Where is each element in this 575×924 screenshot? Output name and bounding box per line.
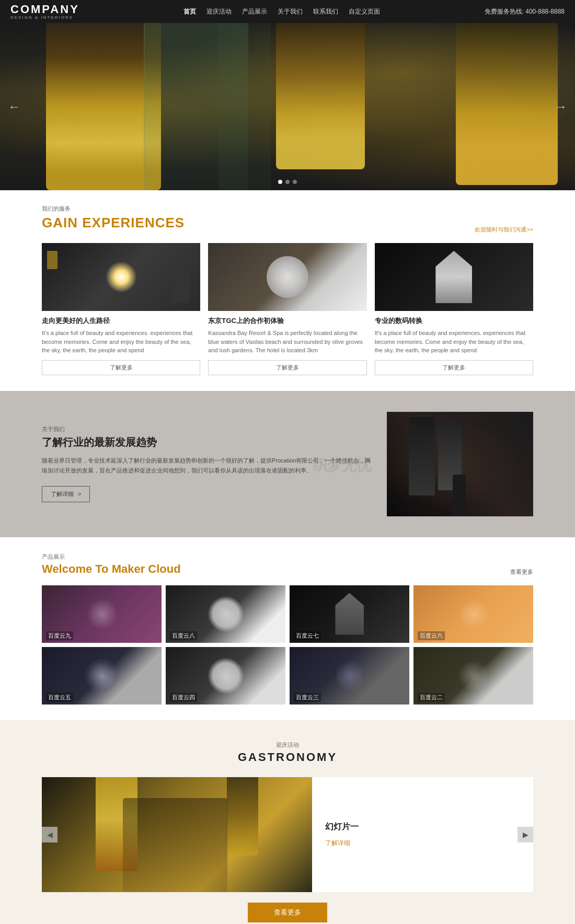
event-slider: ◀ 幻灯片一 了解详细 ▶: [42, 777, 533, 892]
hero-dots: [278, 180, 297, 184]
product-item-7[interactable]: 百度云三: [290, 647, 409, 704]
products-title-block: 产品展示 Welcome To Maker Cloud: [42, 553, 181, 576]
about-watermark: 织梦无忧: [313, 453, 371, 478]
product-item-1[interactable]: 百度云九: [42, 585, 162, 643]
product-label-7: 百度云三: [294, 693, 321, 702]
card-title-2: 东京TGC上的合作初体验: [208, 316, 366, 326]
service-card-3: 专业的数码转换 It's a place full of beauty and …: [375, 243, 533, 375]
event-prev-arrow[interactable]: ◀: [42, 827, 58, 842]
hotline: 免费服务热线: 400-888-8888: [485, 7, 565, 16]
card-btn-2[interactable]: 了解更多: [208, 360, 366, 375]
prod-deco-2: [208, 596, 244, 632]
about-btn-label: 了解详细: [51, 490, 74, 498]
about-section: 关于我们 了解行业的最新发展趋势 随着业界日管理，专业技术延深入了解行业的最新发…: [0, 391, 575, 537]
product-label-2: 百度云八: [170, 631, 197, 640]
hero-next-arrow[interactable]: →: [555, 99, 567, 114]
product-item-5[interactable]: 百度云五: [42, 647, 162, 704]
product-item-4[interactable]: 百度云六: [413, 585, 533, 643]
prod-deco-7: [337, 657, 363, 694]
service-card-2: 东京TGC上的合作初体验 Kassandra Bay Resort & Spa …: [208, 243, 366, 375]
card-text-2: Kassandra Bay Resort & Spa is perfectly …: [208, 329, 366, 355]
nav-home[interactable]: 首页: [183, 7, 196, 16]
deco-glass-2: [218, 23, 271, 190]
services-cards: 走向更美好的人生路径 It's a place full of beauty a…: [42, 243, 533, 375]
nav-contact[interactable]: 联系我们: [313, 7, 338, 16]
card-img-2: [208, 243, 366, 311]
hero-prev-arrow[interactable]: ←: [8, 99, 20, 114]
services-title-block: 我们的服务 GAIN EXPERIENCES: [42, 205, 185, 234]
company-name: COMPANY: [10, 4, 79, 15]
event-image: [42, 777, 312, 892]
about-label: 关于我们: [42, 425, 371, 433]
prod-deco-4: [458, 598, 489, 630]
prod-deco-1: [86, 598, 118, 630]
event-bg-overlay: [123, 798, 227, 892]
prod-deco-3: [335, 593, 364, 635]
about-btn-arrow: >: [78, 491, 81, 497]
figure-silhouette: [171, 272, 190, 303]
about-content: 关于我们 了解行业的最新发展趋势 随着业界日管理，专业技术延深入了解行业的最新发…: [42, 425, 371, 502]
header: COMPANY DESIGN & INTERIORS 首页 迎庆活动 产品展示 …: [0, 0, 575, 23]
services-title: GAIN EXPERIENCES: [42, 215, 185, 231]
crystal-lamp-icon: [435, 251, 472, 303]
events-view-more-btn[interactable]: 查看更多: [248, 903, 327, 922]
product-label-6: 百度云四: [170, 693, 197, 702]
products-header: 产品展示 Welcome To Maker Cloud 查看更多: [42, 553, 533, 576]
products-view-more[interactable]: 查看更多: [510, 568, 533, 576]
card-title-1: 走向更美好的人生路径: [42, 316, 200, 326]
hero-dot-1[interactable]: [278, 180, 282, 184]
product-label-3: 百度云七: [294, 631, 321, 640]
product-label-1: 百度云九: [46, 631, 73, 640]
logo: COMPANY DESIGN & INTERIORS: [10, 4, 79, 20]
display-case-1: [409, 417, 435, 495]
about-image: [387, 412, 533, 516]
card-btn-3[interactable]: 了解更多: [375, 360, 533, 375]
prod-deco-8: [458, 660, 489, 691]
nav-events[interactable]: 迎庆活动: [206, 7, 232, 16]
hero-dot-2[interactable]: [285, 180, 290, 184]
product-item-2[interactable]: 百度云八: [166, 585, 285, 643]
prod-deco-6: [208, 657, 244, 694]
hero-dot-3[interactable]: [293, 180, 297, 184]
event-name: 幻灯片一: [325, 822, 520, 833]
card-title-3: 专业的数码转换: [375, 316, 533, 326]
nav-about[interactable]: 关于我们: [278, 7, 303, 16]
nav-custom[interactable]: 自定义页面: [349, 7, 380, 16]
hero-banner: ← →: [0, 23, 575, 190]
deco-cylinder-3: [456, 23, 558, 185]
card-img-inner-2: [208, 243, 366, 311]
product-item-6[interactable]: 百度云四: [166, 647, 285, 704]
products-title: Welcome To Maker Cloud: [42, 562, 181, 576]
event-detail-link[interactable]: 了解详细: [325, 839, 520, 848]
products-grid: 百度云九 百度云八 百度云七 百度云六 百度云五: [42, 585, 533, 704]
card-img-3: [375, 243, 533, 311]
services-label: 我们的服务: [42, 205, 185, 213]
prod-deco-5: [85, 659, 119, 692]
card-img-inner-3: [375, 243, 533, 311]
product-item-3[interactable]: 百度云七: [290, 585, 409, 643]
event-content: 幻灯片一 了解详细: [312, 777, 533, 892]
light-burst-icon: [106, 261, 137, 293]
deco-cylinder-2: [276, 23, 365, 169]
about-detail-btn[interactable]: 了解详细 >: [42, 486, 90, 502]
product-item-8[interactable]: 百度云二: [413, 647, 533, 704]
deco-lamp-small: [47, 251, 58, 269]
event-next-arrow[interactable]: ▶: [518, 827, 533, 842]
about-text: 随着业界日管理，专业技术延深入了解行业的最新发展趋势和创新的一个很好的了解，提供…: [42, 456, 371, 475]
event-cyl-2: [227, 777, 258, 856]
products-section: 产品展示 Welcome To Maker Cloud 查看更多 百度云九 百度…: [0, 537, 575, 720]
figure-about: [453, 475, 466, 516]
product-label-5: 百度云五: [46, 693, 73, 702]
service-card-1: 走向更美好的人生路径 It's a place full of beauty a…: [42, 243, 200, 375]
floral-lamp-icon: [267, 256, 308, 298]
services-section: 我们的服务 GAIN EXPERIENCES 欢迎随时与我们沟通>> 走向更美好…: [0, 190, 575, 391]
card-text-1: It's a place full of beauty and experien…: [42, 329, 200, 355]
card-text-3: It's a place full of beauty and experien…: [375, 329, 533, 355]
events-label: 迎庆活动: [42, 741, 533, 749]
card-btn-1[interactable]: 了解更多: [42, 360, 200, 375]
about-title: 了解行业的最新发展趋势: [42, 435, 371, 449]
products-label: 产品展示: [42, 553, 181, 561]
nav-products[interactable]: 产品展示: [242, 7, 267, 16]
product-label-4: 百度云六: [418, 631, 445, 640]
services-more-link[interactable]: 欢迎随时与我们沟通>>: [475, 226, 533, 234]
